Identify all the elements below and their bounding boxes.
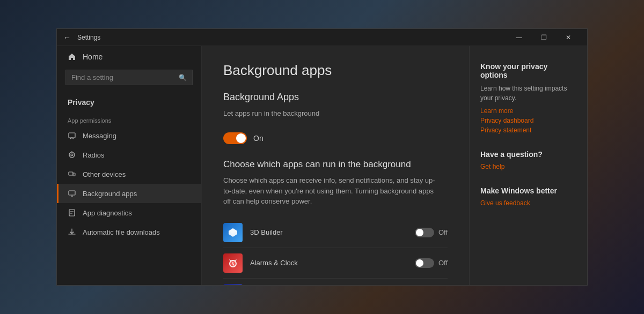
search-input[interactable] bbox=[71, 73, 174, 81]
app-diagnostics-label: App diagnostics bbox=[83, 209, 132, 217]
main-toggle[interactable] bbox=[223, 132, 247, 144]
app-row-calculator: Calculator Off bbox=[223, 279, 448, 286]
app-toggle-knob-alarms bbox=[416, 259, 423, 267]
app-toggle-row-3d-builder: Off bbox=[415, 228, 448, 237]
home-label: Home bbox=[83, 53, 103, 61]
subsection-desc: Choose which apps can receive info, send… bbox=[223, 175, 438, 207]
sidebar: Home 🔍 Privacy App permissions Messaging bbox=[57, 46, 202, 285]
svg-rect-5 bbox=[73, 173, 75, 176]
main-toggle-row: Let apps run in the background bbox=[223, 109, 448, 117]
app-diagnostics-icon bbox=[68, 208, 76, 217]
sidebar-item-background-apps[interactable]: Background apps bbox=[57, 184, 201, 203]
maximize-button[interactable]: ❐ bbox=[531, 29, 556, 46]
background-apps-icon bbox=[68, 189, 76, 198]
app-permissions-label: App permissions bbox=[57, 113, 201, 126]
window-controls: — ❐ ✕ bbox=[507, 29, 581, 46]
get-help-link[interactable]: Get help bbox=[480, 163, 576, 170]
app-name-alarms-clock: Alarms & Clock bbox=[250, 259, 407, 267]
close-button[interactable]: ✕ bbox=[556, 29, 581, 46]
other-devices-icon bbox=[68, 170, 76, 178]
learn-more-link[interactable]: Learn more bbox=[480, 107, 576, 115]
privacy-dashboard-link[interactable]: Privacy dashboard bbox=[480, 117, 576, 124]
toggle-on-label: On bbox=[253, 134, 264, 143]
app-toggle-3d-builder[interactable] bbox=[415, 228, 434, 237]
other-devices-label: Other devices bbox=[83, 170, 126, 178]
auto-downloads-icon bbox=[68, 228, 76, 236]
search-icon: 🔍 bbox=[179, 74, 187, 81]
app-toggle-knob-3d-builder bbox=[416, 229, 423, 236]
3d-builder-icon bbox=[223, 223, 243, 242]
toggle-knob bbox=[236, 133, 246, 143]
sidebar-item-auto-downloads[interactable]: Automatic file downloads bbox=[57, 222, 201, 242]
svg-point-2 bbox=[71, 154, 73, 156]
window-title: Settings bbox=[77, 34, 507, 41]
background-apps-label: Background apps bbox=[83, 190, 137, 198]
app-row-alarms-clock: Alarms & Clock Off bbox=[223, 248, 448, 279]
auto-downloads-label: Automatic file downloads bbox=[83, 228, 160, 236]
search-box[interactable]: 🔍 bbox=[65, 70, 193, 85]
privacy-section-label: Privacy bbox=[57, 94, 201, 113]
sidebar-item-other-devices[interactable]: Other devices bbox=[57, 165, 201, 184]
messaging-icon bbox=[68, 131, 76, 140]
main-content: Background apps Background Apps Let apps… bbox=[202, 46, 469, 285]
app-name-3d-builder: 3D Builder bbox=[250, 228, 407, 236]
give-feedback-link[interactable]: Give us feedback bbox=[480, 199, 576, 207]
window-content: Home 🔍 Privacy App permissions Messaging bbox=[57, 46, 587, 285]
svg-rect-4 bbox=[69, 172, 73, 175]
sidebar-item-radios[interactable]: Radios bbox=[57, 145, 201, 165]
radios-icon bbox=[68, 151, 76, 159]
app-toggle-alarms[interactable] bbox=[415, 258, 434, 268]
privacy-statement-link[interactable]: Privacy statement bbox=[480, 126, 576, 134]
settings-window: ← Settings — ❐ ✕ Home 🔍 Privacy bbox=[56, 28, 588, 286]
right-section-question-title: Have a question? bbox=[480, 150, 576, 159]
right-section-feedback-title: Make Windows better bbox=[480, 186, 576, 195]
sidebar-item-messaging[interactable]: Messaging bbox=[57, 126, 201, 145]
radios-label: Radios bbox=[83, 151, 104, 159]
subsection-title: Choose which apps can run in the backgro… bbox=[223, 159, 448, 170]
right-section-privacy-title: Know your privacy options bbox=[480, 62, 576, 79]
section-title: Background Apps bbox=[223, 92, 448, 103]
svg-rect-0 bbox=[69, 133, 75, 138]
right-section-privacy-desc: Learn how this setting impacts your priv… bbox=[480, 84, 576, 103]
calculator-icon bbox=[223, 284, 243, 286]
svg-rect-6 bbox=[69, 191, 75, 195]
right-section-feedback: Make Windows better Give us feedback bbox=[480, 186, 576, 207]
app-row-3d-builder: 3D Builder Off bbox=[223, 218, 448, 248]
sidebar-item-home[interactable]: Home bbox=[57, 46, 201, 68]
right-section-question: Have a question? Get help bbox=[480, 150, 576, 170]
app-toggle-row-alarms: Off bbox=[415, 258, 448, 268]
minimize-button[interactable]: — bbox=[507, 29, 531, 46]
titlebar: ← Settings — ❐ ✕ bbox=[57, 29, 587, 46]
app-toggle-label-alarms: Off bbox=[438, 259, 448, 267]
right-panel: Know your privacy options Learn how this… bbox=[469, 46, 587, 285]
svg-point-1 bbox=[69, 152, 75, 158]
main-toggle-control: On bbox=[223, 132, 448, 144]
app-toggle-label-3d-builder: Off bbox=[438, 228, 448, 236]
back-button[interactable]: ← bbox=[63, 33, 71, 42]
messaging-label: Messaging bbox=[83, 132, 116, 140]
let-apps-run-label: Let apps run in the background bbox=[223, 109, 319, 117]
svg-rect-8 bbox=[69, 210, 75, 216]
right-section-privacy: Know your privacy options Learn how this… bbox=[480, 62, 576, 134]
page-title: Background apps bbox=[223, 62, 448, 79]
alarms-clock-icon bbox=[223, 253, 243, 273]
sidebar-item-app-diagnostics[interactable]: App diagnostics bbox=[57, 203, 201, 222]
home-icon bbox=[68, 53, 76, 61]
